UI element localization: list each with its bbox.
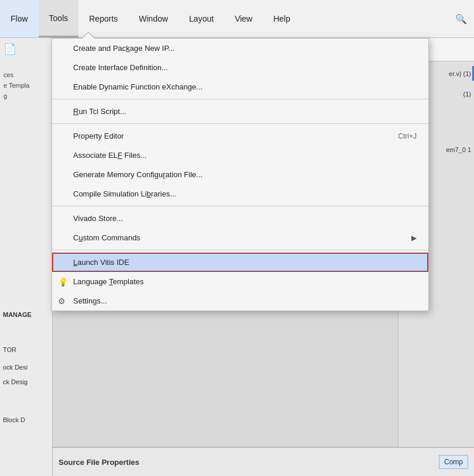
- menu-item-run-tcl[interactable]: Run Tcl Script...: [52, 102, 428, 121]
- bg-sidebar: 📄 ces e Templa g MANAGE TOR ock Desi ck …: [0, 38, 53, 476]
- menu-item-label: Generate Memory Configuration File...: [73, 170, 202, 179]
- shortcut-label: Ctrl+J: [398, 132, 417, 140]
- menu-item-enable-dynamic[interactable]: Enable Dynamic Function eXchange...: [52, 77, 428, 96]
- menu-item-create-interface[interactable]: Create Interface Definition...: [52, 58, 428, 77]
- menu-flow-label: Flow: [11, 14, 28, 23]
- submenu-arrow-icon: ▶: [411, 234, 417, 242]
- gear-icon: ⚙: [58, 296, 66, 306]
- tools-dropdown: Create and Package New IP... Create Inte…: [51, 38, 429, 311]
- manager-label: MANAGE: [3, 311, 32, 318]
- dropdown-divider: [52, 206, 428, 206]
- menu-item-property-editor[interactable]: Property Editor Ctrl+J: [52, 126, 428, 146]
- menu-item-label: Settings...: [73, 296, 107, 305]
- bg-sidebar-item: g: [2, 91, 30, 101]
- menu-item-label: Associate ELF Files...: [73, 151, 147, 160]
- dropdown-divider: [52, 99, 428, 99]
- menu-item-label: Compile Simulation Libraries...: [73, 189, 176, 198]
- bg-sidebar-item: ces: [2, 70, 30, 80]
- menu-item-label: Custom Commands: [73, 233, 140, 242]
- menu-item-generate-memory[interactable]: Generate Memory Configuration File...: [52, 165, 428, 184]
- menu-item-label: Run Tcl Script...: [73, 107, 126, 116]
- menu-tools[interactable]: Tools: [39, 0, 79, 37]
- lightbulb-icon: 💡: [58, 277, 68, 287]
- menu-window-label: Window: [139, 14, 168, 23]
- menu-item-custom-commands[interactable]: Custom Commands ▶: [52, 228, 428, 247]
- menu-item-label: Create Interface Definition...: [73, 63, 168, 72]
- source-file-properties-label: Source File Properties: [59, 458, 139, 467]
- menu-item-label: Property Editor: [73, 132, 124, 140]
- menu-view-label: View: [235, 14, 252, 23]
- menu-help[interactable]: Help: [263, 0, 301, 37]
- menu-view[interactable]: View: [224, 0, 263, 37]
- menu-item-launch-vitis[interactable]: Launch Vitis IDE: [52, 253, 428, 272]
- menu-item-create-package-ip[interactable]: Create and Package New IP...: [52, 39, 428, 58]
- menu-item-compile-sim[interactable]: Compile Simulation Libraries...: [52, 184, 428, 203]
- menu-flow[interactable]: Flow: [0, 0, 39, 37]
- dropdown-divider: [52, 123, 428, 124]
- menu-help-label: Help: [273, 14, 290, 23]
- menu-tools-label: Tools: [49, 13, 68, 23]
- menu-item-label: Launch Vitis IDE: [73, 258, 129, 267]
- menu-item-vivado-store[interactable]: Vivado Store...: [52, 209, 428, 228]
- search-button[interactable]: 🔍: [448, 0, 474, 37]
- menu-item-label: Language Templates: [73, 277, 143, 286]
- search-icon: 🔍: [455, 13, 467, 25]
- menu-item-label: Vivado Store...: [73, 214, 123, 223]
- menu-item-associate-elf[interactable]: Associate ELF Files...: [52, 146, 428, 165]
- dropdown-arrow: [83, 33, 94, 39]
- menu-item-label: Create and Package New IP...: [73, 44, 174, 53]
- menu-window[interactable]: Window: [128, 0, 178, 37]
- menu-layout-label: Layout: [189, 14, 214, 23]
- menu-item-settings[interactable]: ⚙ Settings...: [52, 291, 428, 311]
- menu-layout[interactable]: Layout: [178, 0, 224, 37]
- menu-item-language-templates[interactable]: 💡 Language Templates: [52, 272, 428, 291]
- bg-sidebar-items: ces e Templa g: [0, 67, 33, 104]
- dropdown-divider: [52, 250, 428, 250]
- bg-sidebar-item: e Templa: [2, 80, 30, 91]
- menubar: Flow Tools Reports Window Layout View He…: [0, 0, 474, 38]
- menu-reports-label: Reports: [89, 14, 118, 23]
- menu-item-label: Enable Dynamic Function eXchange...: [73, 82, 202, 91]
